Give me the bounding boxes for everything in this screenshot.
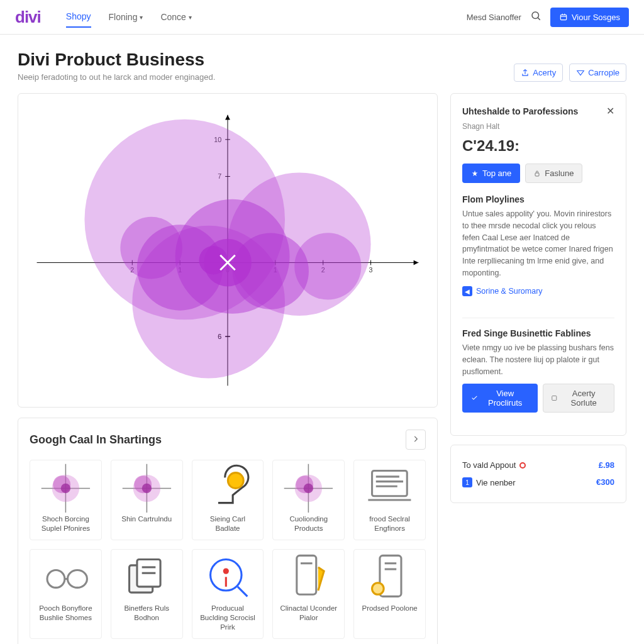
svg-point-46 <box>142 483 151 492</box>
gallery-card[interactable]: Sieing Carl Badlate <box>192 460 264 540</box>
gallery-card[interactable]: Prodsed Poolone <box>353 549 426 639</box>
card-label: Shoch Borcing Suplel Pfonires <box>36 514 95 533</box>
svg-rect-2 <box>560 15 566 20</box>
svg-point-41 <box>61 483 70 492</box>
side-panel: Uhteshalde to Parofessions ✕ Shagn Halt … <box>450 93 626 436</box>
svg-point-33 <box>294 233 361 299</box>
total-row1-value: £.98 <box>599 460 614 470</box>
gallery-card[interactable]: Producual Buclding Scrocisl Prirk <box>192 549 264 639</box>
svg-rect-72 <box>535 173 539 176</box>
section2-title: Fred Singe Businettic Fablines <box>462 328 614 338</box>
gallery-title: Googh Caal In Shartings <box>30 433 162 447</box>
fashion-button[interactable]: Faslune <box>525 164 582 183</box>
svg-rect-66 <box>297 556 316 595</box>
bubble-chart[interactable]: 21012366710 <box>25 100 431 401</box>
nav-item-conce[interactable]: Conce▾ <box>160 6 191 28</box>
panel-subtitle: Shagn Halt <box>462 122 614 131</box>
alert-dot-icon <box>519 462 526 469</box>
gallery-card[interactable]: Shoch Borcing Suplel Pfonires <box>30 460 102 540</box>
card-label: Clinactal Uconder Pialor <box>279 604 338 623</box>
view-products-button[interactable]: View Procliruts <box>462 384 538 413</box>
nav-item-shopy[interactable]: Shopy <box>66 6 91 28</box>
card-label: Sieing Carl Badlate <box>199 514 257 533</box>
compare-button[interactable]: Carrople <box>569 64 626 82</box>
svg-point-58 <box>67 570 87 588</box>
svg-point-52 <box>304 483 313 492</box>
totals-panel: To vald Appout £.98 1 Vie nenber €300 <box>450 445 626 503</box>
phone-icon <box>279 556 338 599</box>
svg-text:3: 3 <box>369 266 373 274</box>
search-icon[interactable] <box>530 10 541 24</box>
badge-icon: 1 <box>462 477 472 487</box>
top-bar: divi ShopyFloning▾Conce▾ Mesd Sianoffer … <box>0 0 644 35</box>
panel-title: Uhteshalde to Parofessions <box>462 106 578 116</box>
svg-point-47 <box>228 472 243 488</box>
price-value: C'24.19: <box>462 137 614 155</box>
nav-item-floning[interactable]: Floning▾ <box>109 6 143 28</box>
search-label: Mesd Sianoffer <box>467 13 521 22</box>
chevron-down-icon: ▾ <box>140 14 143 21</box>
glasses-icon <box>36 556 95 599</box>
svg-point-65 <box>223 569 228 574</box>
gallery-card[interactable]: Cuolionding Products <box>272 460 345 540</box>
card-label: Binetfers Ruls Bodhon <box>118 604 176 623</box>
chart-box: 21012366710 <box>18 93 438 408</box>
total-row1-label: To vald Appout <box>462 460 526 470</box>
card-label: Cuolionding Products <box>279 514 338 533</box>
section1-title: Flom Ploylines <box>462 194 614 204</box>
gallery-card[interactable]: Binetfers Ruls Bodhon <box>111 549 183 639</box>
page-subtitle: Neeip feradoting to out he larck and mod… <box>18 72 215 82</box>
mobile-icon <box>360 556 419 599</box>
gallery-card[interactable]: Shin Cartrulndu <box>111 460 183 540</box>
stack-icon <box>118 556 176 599</box>
gallery-card[interactable]: frood Seclral Engfinors <box>353 460 426 540</box>
top-nav: ShopyFloning▾Conce▾ <box>66 6 192 28</box>
card-label: Shin Cartrulndu <box>118 514 176 524</box>
gallery-grid: Shoch Borcing Suplel PfoniresShin Cartru… <box>30 460 426 639</box>
flare-icon <box>36 467 95 509</box>
svg-point-57 <box>47 570 65 588</box>
close-icon[interactable]: ✕ <box>606 105 614 117</box>
card-label: Pooch Bonyflore Bushlie Shomes <box>36 604 95 623</box>
card-label: frood Seclral Engfinors <box>360 514 419 533</box>
card-label: Prodsed Poolone <box>360 604 419 613</box>
laptop-icon <box>360 467 419 509</box>
logo: divi <box>15 8 41 27</box>
gallery-next-button[interactable] <box>406 430 426 450</box>
flare-icon <box>118 467 176 509</box>
chevron-down-icon: ▾ <box>189 14 192 21</box>
svg-point-71 <box>372 583 384 595</box>
section1-link[interactable]: ◀Sorine & Suromary <box>462 286 543 296</box>
page-title: Divi Probuct Business <box>18 50 215 70</box>
solute-button[interactable]: Acerty Sorlute <box>543 384 614 413</box>
svg-rect-73 <box>552 396 557 401</box>
top-button[interactable]: Top ane <box>462 164 520 183</box>
section2-body: Viete nmgy uo ive be plassing bushars fe… <box>462 342 614 377</box>
gallery-panel: Googh Caal In Shartings Shoch Borcing Su… <box>18 418 438 644</box>
svg-point-32 <box>199 246 228 275</box>
magnify-icon <box>199 556 257 599</box>
section1-body: Untue sales appolity' you. Movin rinires… <box>462 208 614 279</box>
gallery-card[interactable]: Clinactal Uconder Pialor <box>272 549 345 639</box>
svg-line-64 <box>237 587 247 596</box>
share-button[interactable]: Acerty <box>514 64 563 82</box>
svg-point-34 <box>120 217 182 279</box>
lamp-icon <box>199 467 257 509</box>
view-button[interactable]: Viour Sosges <box>550 8 629 27</box>
svg-point-0 <box>532 12 539 19</box>
flare-icon <box>279 467 338 509</box>
svg-rect-53 <box>372 470 408 496</box>
total-row2-value: €300 <box>596 477 614 487</box>
svg-line-1 <box>538 18 540 19</box>
card-label: Producual Buclding Scrocisl Prirk <box>199 604 257 632</box>
gallery-card[interactable]: Pooch Bonyflore Bushlie Shomes <box>30 549 102 639</box>
total-row2-label[interactable]: 1 Vie nenber <box>462 477 516 487</box>
